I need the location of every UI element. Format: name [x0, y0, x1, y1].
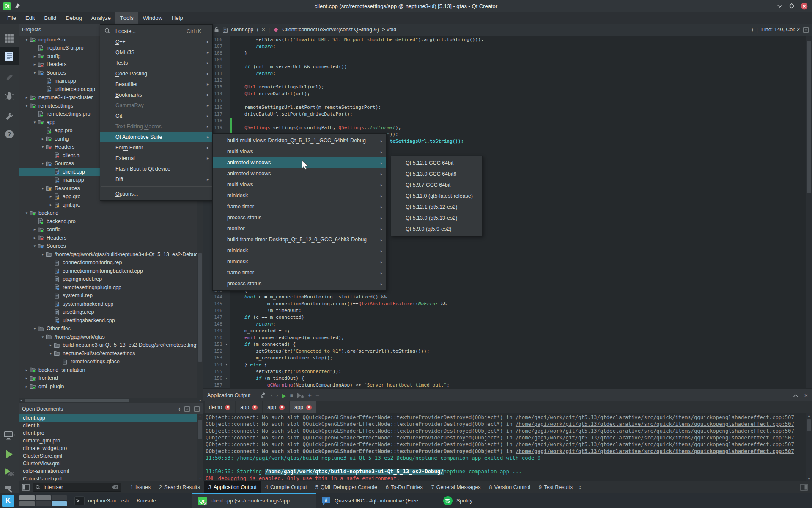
output-tab[interactable]: app✕ [290, 401, 316, 413]
open-document-item[interactable]: client.h [19, 422, 197, 429]
tree-item[interactable]: uisettings.rep [19, 308, 197, 317]
rerun-icon[interactable]: ▶ [282, 392, 286, 399]
menu-item[interactable]: animated-windows▸ [213, 168, 386, 179]
next-item-icon[interactable]: › [276, 392, 278, 398]
menu-item[interactable]: Qt Automotive Suite▸ [100, 132, 212, 142]
menu-item[interactable]: minidesk▸ [213, 245, 386, 256]
menubar-item-debug[interactable]: Debug [61, 12, 86, 24]
menubar-item-build[interactable]: Build [39, 12, 61, 24]
tree-item[interactable]: connectionmonitoringbackend.cpp [19, 267, 197, 275]
panel-selector-icon[interactable]: ▴▾ [178, 407, 180, 411]
code-line[interactable]: 156▾ if (m_timedOut) { [203, 375, 806, 382]
taskbar-task[interactable]: Spotify [438, 493, 487, 508]
code-line[interactable]: 154▾ } else { [203, 362, 806, 368]
output-line[interactable]: QObject::connect: No such slot QQuickOpe… [206, 441, 805, 448]
mode-debug[interactable] [0, 87, 19, 105]
open-document-item[interactable]: ClusterView.qml [19, 460, 197, 467]
mode-design[interactable] [0, 69, 19, 86]
locator-input[interactable] [43, 484, 110, 491]
tree-expander-icon[interactable]: ▸ [40, 137, 46, 141]
menu-item[interactable]: Form Editor▸ [100, 142, 212, 153]
menu-item[interactable]: Options... [100, 188, 212, 199]
split-panel-icon[interactable] [184, 406, 190, 412]
tree-expander-icon[interactable]: ▾ [40, 335, 46, 339]
menu-item[interactable]: process-status▸ [213, 278, 386, 289]
tree-item[interactable]: ▾neptune3-ui/src/remotesettings [19, 349, 197, 358]
tree-item[interactable]: uisettingsbackend.cpp [19, 316, 197, 325]
open-document-item[interactable]: client.pro [19, 429, 197, 437]
tree-item[interactable]: systemui.rep [19, 292, 197, 300]
code-line[interactable]: 155 setStatus(tr("Disconnected")); [203, 368, 806, 375]
symbol-selector-icon[interactable]: ▴▾ [752, 28, 753, 32]
code-line[interactable]: 144 bool c = m_connectionMonitoring.isIn… [203, 294, 806, 301]
code-line[interactable]: 148 return; [203, 321, 806, 328]
code-line[interactable]: 117 driveDataUrl.setPort(m_driveDataPort… [203, 111, 806, 118]
menu-item[interactable]: animated-windows▸ [213, 157, 386, 168]
maximize-pane-icon[interactable] [793, 394, 798, 398]
open-document-item[interactable]: ClusterStore.qml [19, 452, 197, 460]
close-button[interactable] [801, 3, 808, 10]
tree-item[interactable]: ▾/home/gagi/work/qtas [19, 333, 197, 341]
output-pane-button-5[interactable]: 5QML Debugger Console [311, 481, 381, 493]
tree-expander-icon[interactable]: ▾ [24, 211, 30, 215]
editor-open-file-name[interactable]: client.cpp [231, 27, 253, 33]
code-line[interactable]: 119 QSettings settings(m_configPath, QSe… [203, 124, 806, 131]
output-pane-button-6[interactable]: 6To-Do Entries [381, 481, 427, 493]
tree-expander-icon[interactable]: ▸ [48, 343, 54, 347]
maximize-button[interactable] [789, 3, 795, 9]
clear-search-icon[interactable] [112, 485, 118, 490]
menu-item[interactable]: monitor▸ [213, 223, 386, 234]
tree-expander-icon[interactable]: ▸ [32, 54, 38, 58]
projects-horizontal-scrollbar[interactable]: ◂▸ [19, 398, 203, 403]
tree-item[interactable]: ▾Other files [19, 325, 197, 333]
menu-item[interactable]: build-multi-views-Desktop_Qt_5_12_1_GCC_… [213, 135, 386, 146]
menu-item[interactable]: Tests▸ [100, 58, 212, 68]
output-tab[interactable]: demo✕ [205, 401, 235, 413]
editor-current-symbol[interactable]: Client::connectToServer(const QString &)… [282, 27, 396, 33]
menubar-item-help[interactable]: Help [167, 12, 188, 24]
menu-item[interactable]: minidesk▸ [213, 256, 386, 267]
output-pane-button-8[interactable]: 8Version Control [485, 481, 535, 493]
menu-item[interactable]: External▸ [100, 153, 212, 163]
zoom-in-icon[interactable]: + [308, 392, 312, 399]
mode-help[interactable]: ? [0, 125, 19, 143]
menubar-item-analyze[interactable]: Analyze [87, 12, 115, 24]
tree-item[interactable]: systemuibackend.cpp [19, 300, 197, 308]
split-editor-icon[interactable] [803, 27, 809, 33]
tree-expander-icon[interactable]: ▾ [48, 351, 54, 356]
tree-expander-icon[interactable]: ▾ [24, 104, 30, 108]
output-line[interactable]: QObject::connect: No such slot QQuickOpe… [206, 414, 805, 421]
tree-expander-icon[interactable]: ▾ [24, 38, 30, 42]
output-line[interactable]: 11:50:56: Starting /home/gagi/work/qtas/… [206, 468, 805, 475]
menu-item[interactable]: Locate...Ctrl+K [100, 26, 212, 36]
open-document-item[interactable]: client.cpp [19, 414, 197, 422]
menu-item[interactable]: Qt 5.13.0 GCC 64bit6 [391, 168, 482, 179]
stop-icon[interactable]: ■ [290, 392, 293, 398]
output-pane-button-2[interactable]: 2Search Results [155, 481, 204, 493]
output-tab[interactable]: app✕ [236, 401, 262, 413]
menu-item[interactable]: Qt 5.12.1 GCC 64bit [391, 157, 482, 168]
code-line[interactable]: 149 m_connected = c; [203, 328, 806, 334]
tree-item[interactable]: ▸Headers [19, 234, 197, 242]
tree-expander-icon[interactable]: ▾ [32, 244, 38, 248]
close-pane-icon[interactable]: × [804, 392, 808, 399]
zoom-out-icon[interactable]: − [315, 392, 319, 399]
code-line[interactable]: 108 } [203, 50, 806, 57]
code-line[interactable]: 111 return; [203, 70, 806, 77]
tree-expander-icon[interactable]: ▸ [24, 376, 30, 380]
mode-welcome[interactable] [0, 30, 19, 47]
menu-item[interactable]: process-status▸ [213, 212, 386, 223]
close-tab-icon[interactable]: ✕ [225, 405, 230, 410]
close-panel-icon[interactable] [194, 406, 200, 412]
code-line[interactable]: 150 emit connectedChanged(m_connected); [203, 334, 806, 341]
tree-expander-icon[interactable]: ▸ [32, 236, 38, 240]
output-pane-button-9[interactable]: 9Test Results [535, 481, 577, 493]
taskbar-task[interactable]: Qtclient.cpp (src/remotesettings/app ... [192, 493, 316, 508]
tree-item[interactable]: ▸config [19, 226, 197, 234]
toggle-right-sidebar-icon[interactable] [800, 484, 808, 491]
code-line[interactable]: 116 remoteSettingsUrl.setPort(m_remoteSe… [203, 104, 806, 111]
mode-edit[interactable] [0, 47, 19, 65]
menu-item[interactable]: build-frame-timer-Desktop_Qt_5_12_0_GCC_… [213, 234, 386, 245]
code-line[interactable]: 106 setStatus(tr("Invalid URL: %1. No po… [203, 36, 806, 43]
tree-expander-icon[interactable]: ▾ [40, 186, 46, 190]
